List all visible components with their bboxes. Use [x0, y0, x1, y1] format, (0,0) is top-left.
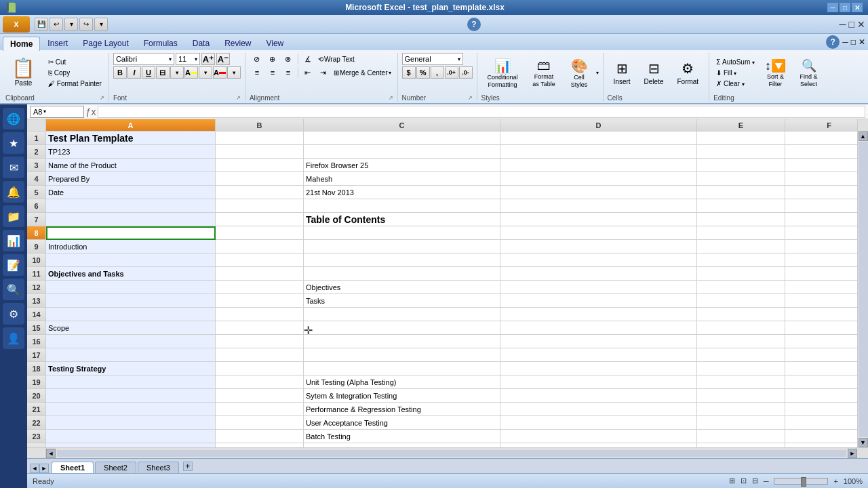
cell-C1[interactable]	[304, 131, 500, 145]
cell-F23[interactable]	[785, 430, 857, 443]
cell-E22[interactable]	[697, 416, 785, 430]
cell-C10[interactable]	[304, 253, 500, 267]
cell-D22[interactable]	[500, 416, 697, 430]
sidebar-doc-icon[interactable]: 📝	[3, 254, 24, 276]
office-button[interactable]: X	[3, 16, 30, 33]
styles-dropdown[interactable]: ▾	[596, 70, 599, 76]
tab-view[interactable]: View	[258, 36, 291, 50]
cell-B16[interactable]	[216, 335, 304, 348]
decimal-decrease[interactable]: .0-	[459, 66, 473, 79]
cell-B7[interactable]	[216, 213, 304, 226]
cell-B18[interactable]	[216, 362, 304, 375]
cell-D17[interactable]	[500, 348, 697, 362]
cell-B6[interactable]	[216, 199, 304, 213]
cell-B17[interactable]	[216, 348, 304, 362]
col-header-B[interactable]: B	[216, 119, 304, 131]
bold-button[interactable]: B	[113, 66, 127, 79]
cell-D18[interactable]	[500, 362, 697, 375]
col-header-D[interactable]: D	[500, 119, 697, 131]
cell-C4[interactable]: Mahesh	[304, 172, 500, 186]
row-header-17[interactable]: 17	[27, 348, 46, 362]
cell-E24[interactable]	[697, 443, 785, 447]
col-header-F[interactable]: F	[785, 119, 857, 131]
cell-A16[interactable]	[46, 335, 216, 348]
font-grow-button[interactable]: A⁺	[201, 53, 215, 65]
scroll-right-button[interactable]: ►	[848, 449, 857, 458]
row-header-5[interactable]: 5	[27, 186, 46, 199]
row-header-4[interactable]: 4	[27, 172, 46, 186]
font-size-selector[interactable]: 11 ▾	[176, 53, 200, 65]
tab-insert[interactable]: Insert	[40, 36, 75, 50]
row-header-16[interactable]: 16	[27, 335, 46, 348]
cell-C20[interactable]: Sytem & Integration Testing	[304, 389, 500, 403]
cell-E16[interactable]	[697, 335, 785, 348]
sidebar-folder-icon[interactable]: 📁	[3, 205, 24, 227]
row-header-14[interactable]: 14	[27, 308, 46, 321]
cell-A2[interactable]: TP123	[46, 145, 216, 159]
cell-A17[interactable]	[46, 348, 216, 362]
vertical-scrollbar[interactable]: ▲ ▼	[857, 131, 868, 447]
cell-D7[interactable]	[500, 213, 697, 226]
cell-B5[interactable]	[216, 186, 304, 199]
cell-C6[interactable]	[304, 199, 500, 213]
zoom-minus[interactable]: ─	[764, 477, 769, 485]
scroll-left-button[interactable]: ◄	[46, 449, 56, 458]
insert-cells-button[interactable]: ⊞ Insert	[608, 58, 637, 87]
cell-A3[interactable]: Name of the Product	[46, 159, 216, 172]
clear-button[interactable]: ✗ Clear ▾	[713, 79, 757, 89]
cell-A13[interactable]	[46, 294, 216, 308]
zoom-slider[interactable]	[774, 478, 828, 485]
cell-B23[interactable]	[216, 430, 304, 443]
customize-qa[interactable]: ▾	[94, 18, 108, 31]
cell-B13[interactable]	[216, 294, 304, 308]
cell-styles-button[interactable]: 🎨 CellStyles	[564, 56, 595, 91]
cell-A14[interactable]	[46, 308, 216, 321]
border-dropdown[interactable]: ▾	[170, 66, 184, 79]
col-header-E[interactable]: E	[697, 119, 785, 131]
indent-increase[interactable]: ⇥	[316, 66, 331, 79]
decimal-increase[interactable]: .0+	[445, 66, 458, 79]
sheet-scroll-right[interactable]: ►	[39, 464, 49, 473]
cell-C14[interactable]	[304, 308, 500, 321]
cell-D11[interactable]	[500, 267, 697, 281]
cell-B8[interactable]	[216, 226, 304, 240]
zoom-plus[interactable]: +	[833, 477, 837, 485]
cell-A20[interactable]	[46, 389, 216, 403]
sheet-tab-3[interactable]: Sheet3	[138, 462, 179, 473]
cell-E15[interactable]	[697, 321, 785, 335]
row-header-19[interactable]: 19	[27, 375, 46, 389]
cell-E14[interactable]	[697, 308, 785, 321]
cell-F11[interactable]	[785, 267, 857, 281]
cell-B15[interactable]	[216, 321, 304, 335]
zoom-control-break[interactable]: ⊟	[752, 476, 758, 485]
row-header-20[interactable]: 20	[27, 389, 46, 403]
cell-E23[interactable]	[697, 430, 785, 443]
format-painter-button[interactable]: 🖌 Format Painter	[45, 79, 104, 89]
currency-button[interactable]: $	[402, 66, 416, 79]
cell-A4[interactable]: Prepared By	[46, 172, 216, 186]
zoom-control-normal[interactable]: ⊞	[729, 476, 735, 485]
scroll-up-button[interactable]: ▲	[859, 131, 868, 141]
merge-center-button[interactable]: ⊞ Merge & Center ▾	[332, 68, 393, 78]
row-header-23[interactable]: 23	[27, 430, 46, 443]
sheet-tab-1[interactable]: Sheet1	[52, 462, 94, 473]
save-button[interactable]: 💾	[35, 18, 48, 31]
cell-B10[interactable]	[216, 253, 304, 267]
text-angle-button[interactable]: ∡	[300, 53, 315, 65]
row-header-11[interactable]: 11	[27, 267, 46, 281]
align-top-left[interactable]: ⊘	[250, 53, 264, 65]
cell-E19[interactable]	[697, 375, 785, 389]
sidebar-mail-icon[interactable]: ✉	[3, 157, 24, 178]
row-header-9[interactable]: 9	[27, 240, 46, 253]
cell-D8[interactable]	[500, 226, 697, 240]
cell-B3[interactable]	[216, 159, 304, 172]
fill-dropdown[interactable]: ▾	[734, 70, 736, 77]
alignment-expand[interactable]: ↗	[389, 95, 393, 101]
cell-D16[interactable]	[500, 335, 697, 348]
sidebar-search-icon[interactable]: 🔍	[3, 279, 24, 300]
row-header-22[interactable]: 22	[27, 416, 46, 430]
cell-C7[interactable]: Table of Contents	[304, 213, 500, 226]
redo-button[interactable]: ↪	[79, 18, 93, 31]
cell-C12[interactable]: Objectives	[304, 281, 500, 294]
cell-A5[interactable]: Date	[46, 186, 216, 199]
